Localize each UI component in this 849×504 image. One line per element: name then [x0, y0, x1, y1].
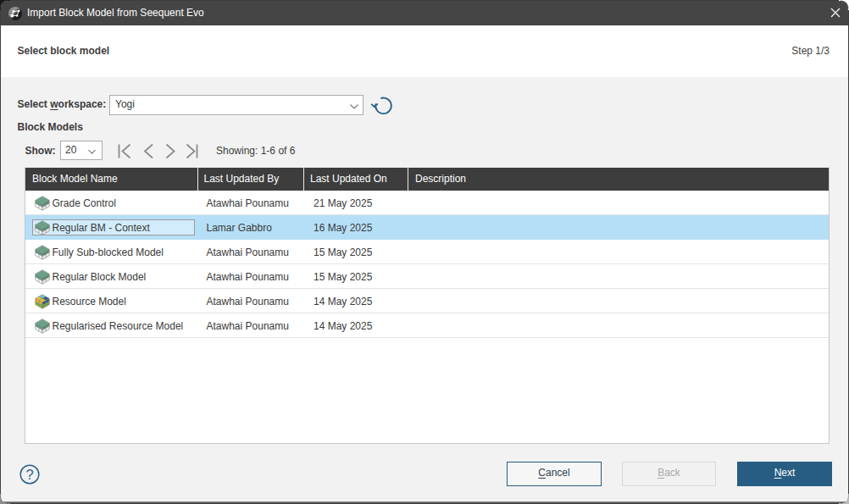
svg-text:?: ? [26, 467, 34, 482]
